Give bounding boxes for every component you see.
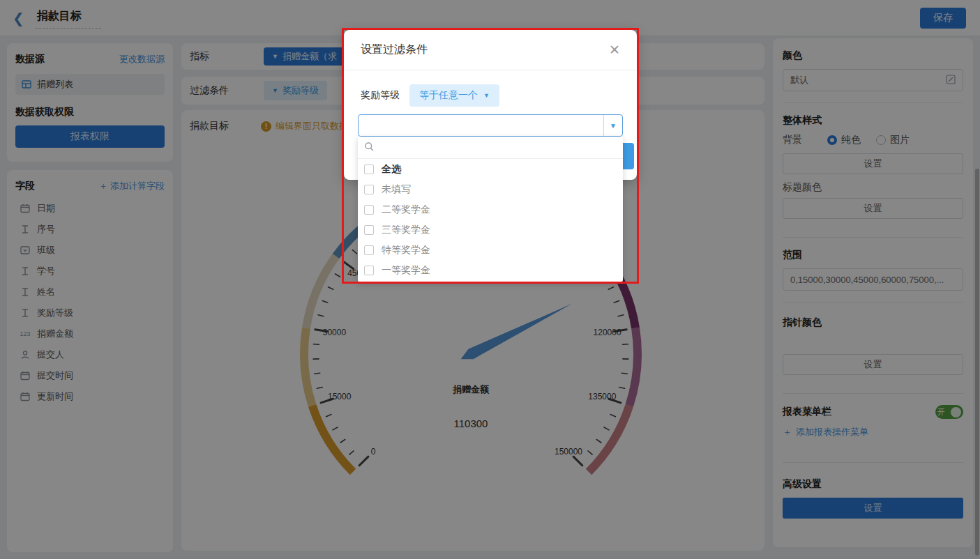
checkbox[interactable] xyxy=(364,164,374,174)
option-list: 全选未填写二等奖学金三等奖学金特等奖学金一等奖学金 xyxy=(358,159,623,280)
checkbox[interactable] xyxy=(364,205,374,215)
option-search-input[interactable] xyxy=(358,137,623,159)
dropdown-option[interactable]: 二等奖学金 xyxy=(358,199,623,220)
caret-down-icon: ▼ xyxy=(610,122,617,130)
value-dropdown-panel: 全选未填写二等奖学金三等奖学金特等奖学金一等奖学金 xyxy=(358,137,623,282)
checkbox[interactable] xyxy=(364,225,374,235)
operator-dropdown[interactable]: 等于任意一个 ▼ xyxy=(409,84,499,107)
caret-down-icon: ▼ xyxy=(483,92,490,99)
modal-title: 设置过滤条件 xyxy=(361,43,428,57)
checkbox[interactable] xyxy=(364,266,374,275)
dropdown-option[interactable]: 三等奖学金 xyxy=(358,220,623,240)
close-icon[interactable]: ✕ xyxy=(609,42,620,58)
dropdown-option[interactable]: 未填写 xyxy=(358,179,623,199)
value-select-input[interactable]: ▼ xyxy=(358,114,623,137)
dropdown-option[interactable]: 一等奖学金 xyxy=(358,260,623,280)
dropdown-option[interactable]: 全选 xyxy=(358,159,623,179)
checkbox[interactable] xyxy=(364,185,374,194)
select-caret-zone[interactable]: ▼ xyxy=(603,115,622,136)
search-icon xyxy=(364,141,375,154)
modal-field-label: 奖励等级 xyxy=(361,89,400,102)
dropdown-option[interactable]: 特等奖学金 xyxy=(358,240,623,260)
checkbox[interactable] xyxy=(364,245,374,255)
